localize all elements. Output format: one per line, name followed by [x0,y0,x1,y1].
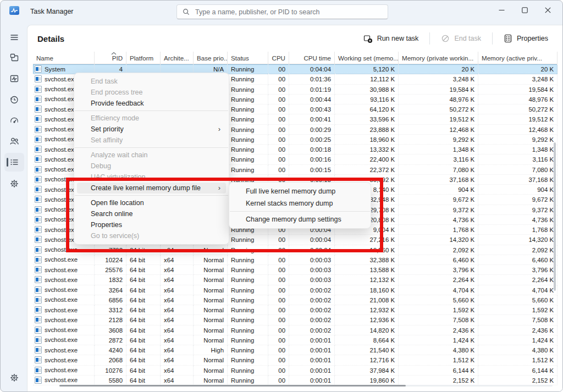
page-title: Details [37,34,64,43]
process-icon [35,246,42,253]
cell-priv: 3,796 K [399,265,478,275]
horizontal-scrollbar[interactable] [59,385,553,387]
table-row-svchost-exe[interactable]: svchost.exe331264 bitx64NormalRunning000… [33,305,558,315]
titlebar: Task Manager [1,1,562,25]
table-row-svchost-exe[interactable]: svchost.exe360864 bitx64NormalRunning000… [33,325,558,335]
cell-priv: 50,272 K [399,104,478,114]
sidebar-item-performance[interactable] [4,69,24,88]
cell-pid: 3264 [95,285,126,295]
cell-ws: 5,120 K [335,64,399,74]
table-row-svchost-exe[interactable]: svchost.exe287264 bitx64NormalRunning000… [33,335,558,345]
table-row-svchost-exe[interactable]: svchost.exe779264 bitx64NormalRunning000… [33,245,558,255]
cell-pid: 1832 [95,275,126,285]
cell-time: 0:00:03 [289,255,335,265]
column-header-act[interactable]: Memory (active priv... [478,52,558,64]
table-row-svchost-exe[interactable]: svchost.exe183264 bitx64NormalRunning000… [33,275,558,285]
table-row-svchost-exe[interactable]: svchost.exe685664 bitx64NormalRunning000… [33,295,558,305]
cell-status: Running [228,74,268,84]
menu-item-set-priority[interactable]: Set priority› [77,124,226,135]
maximize-button[interactable] [513,2,536,18]
menu-item-search-online[interactable]: Search online [77,208,226,219]
cell-platform: 64 bit [126,355,161,365]
cell-status: Running [228,245,268,255]
menu-item-kernel-stacks-memory-dump[interactable]: Kernel stacks memory dump [232,197,368,209]
menu-item-debug: Debug [77,161,226,172]
cell-base: Normal [194,366,228,376]
table-row-svchost-exe[interactable]: svchost.exe424064 bitx64HighRunning000:0… [33,345,558,355]
cell-time: 0:00:01 [289,366,335,376]
cell-priv: 20 K [399,64,478,74]
sidebar-item-details[interactable] [4,153,24,172]
performance-icon [9,73,20,84]
cell-name: svchost.exe [33,295,95,305]
cell-cpu: 00 [268,265,289,275]
cell-act: 19,584 K [478,85,558,95]
cell-act: 9,372 K [478,205,558,215]
cell-act: 19,512 K [478,114,558,124]
properties-button[interactable]: Properties [497,31,555,46]
column-header-status[interactable]: Status [228,52,268,64]
minimize-button[interactable] [490,2,513,18]
table-row-svchost-exe[interactable]: svchost.exe326464 bitx64NormalRunning000… [33,285,558,295]
menu-item-provide-feedback[interactable]: Provide feedback [77,98,226,109]
cell-cpu: 00 [268,165,289,175]
memory-dump-submenu: Full live kernel memory dumpKernel stack… [229,182,371,229]
sidebar-item-users[interactable] [4,132,24,151]
menu-item-go-to-service-s: Go to service(s) [77,230,226,241]
column-header-priv[interactable]: Memory (private workin... [399,52,478,64]
column-header-base[interactable]: Base prio... [194,52,228,64]
sidebar-menu-button[interactable] [4,28,24,47]
cell-name: svchost.exe [33,376,95,385]
process-icon [35,136,42,143]
menu-item-open-file-location[interactable]: Open file location [77,197,226,208]
table-row-svchost-exe[interactable]: svchost.exe2557664 bitx64NormalRunning00… [33,265,558,275]
cell-cpu: 00 [268,104,289,114]
menu-item-create-live-kernel-memory-dump-file[interactable]: Create live kernel memory dump file› [77,183,226,194]
properties-icon [504,34,512,43]
end-task-button: End task [434,31,488,46]
menu-separator [75,111,228,111]
run-new-task-button[interactable]: Run new task [357,31,426,47]
minimize-icon [499,7,505,13]
table-row-svchost-exe[interactable]: svchost.exe558064 bitx64NormalRunning000… [33,376,558,385]
cell-platform: 64 bit [126,245,161,255]
sidebar-item-processes[interactable] [4,48,24,67]
column-header-name[interactable]: Name [33,52,95,64]
close-button[interactable] [536,2,559,18]
menu-item-properties[interactable]: Properties [77,219,226,230]
global-search[interactable] [176,4,388,19]
sidebar-item-startup-apps[interactable] [4,111,24,130]
table-row-svchost-exe[interactable]: svchost.exe212864 bitx64NormalRunning000… [33,315,558,325]
cell-cpu: 00 [268,315,289,325]
column-header-arch[interactable]: Archite... [161,52,194,64]
cell-arch: x64 [161,295,194,305]
process-icon [35,377,42,384]
cell-status: Running [228,165,268,175]
end-task-icon [441,34,450,43]
search-input[interactable] [194,8,382,16]
horizontal-scrollbar-thumb[interactable] [59,385,406,387]
menu-item-change-memory-dump-settings[interactable]: Change memory dump settings [232,213,368,225]
sidebar-item-app-history[interactable] [4,90,24,109]
cell-platform: 64 bit [126,305,161,315]
column-header-time[interactable]: CPU time [289,52,335,64]
cell-time: 0:00:43 [289,104,335,114]
cell-pid: 10276 [95,366,126,376]
cell-time: 0:00:01 [289,345,335,355]
table-row-svchost-exe[interactable]: svchost.exe1027664 bitx64NormalRunning00… [33,366,558,376]
menu-item-full-live-kernel-memory-dump[interactable]: Full live kernel memory dump [232,185,368,197]
details-list-icon [9,157,20,168]
column-header-ws[interactable]: Working set (memo... [335,52,399,64]
process-icon [35,196,42,203]
settings-button[interactable] [4,368,24,387]
table-row-svchost-exe[interactable]: svchost.exe206864 bitx64NormalRunning000… [33,355,558,365]
table-row-svchost-exe[interactable]: svchost.exe1022464 bitx64NormalRunning00… [33,255,558,265]
cell-status: Running [228,376,268,385]
vertical-scrollbar[interactable] [554,142,556,291]
table-header: NamePIDPlatformArchite...Base prio...Sta… [33,52,558,64]
sidebar-item-services[interactable] [4,174,24,193]
column-header-platform[interactable]: Platform [126,52,161,64]
cell-platform: 64 bit [126,335,161,345]
column-header-cpu[interactable]: CPU [268,52,289,64]
cell-priv: 1,348 K [399,145,478,154]
